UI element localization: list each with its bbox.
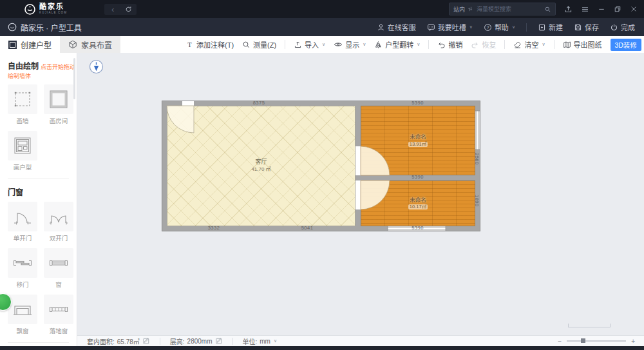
annotate-tool[interactable]: T 添加注释(T)	[185, 39, 234, 50]
svg-text:T: T	[187, 41, 192, 48]
inner-area-value: 65.78㎡	[117, 336, 140, 346]
tool-single-door[interactable]: 单开门	[8, 202, 37, 242]
minimize-button[interactable]	[598, 5, 605, 13]
svg-text:?: ?	[487, 24, 489, 29]
double-door-icon	[48, 206, 69, 227]
chevron-down-icon: ∨	[363, 42, 366, 47]
chevron-down-icon: ∨	[322, 42, 325, 47]
section-doors-windows: 门窗	[8, 186, 77, 197]
help-icon: ?	[484, 23, 492, 32]
back-button[interactable]: ‹	[106, 5, 120, 14]
dim-bottom-left: 3332	[169, 226, 259, 231]
zoom-in-button[interactable]: +	[631, 338, 635, 345]
status-divider	[160, 338, 160, 345]
undo-icon	[437, 41, 446, 49]
bedroom-bottom-door-swing[interactable]	[361, 180, 390, 209]
search-scope[interactable]: 站内	[453, 5, 465, 14]
edit-height-icon[interactable]	[215, 337, 223, 345]
model-search-box[interactable]: 站内	[449, 3, 556, 15]
power-icon	[610, 23, 618, 32]
toolbar-divider	[504, 40, 505, 49]
import-tool[interactable]: 导入 ∨	[294, 39, 325, 50]
edit-area-icon[interactable]	[142, 337, 150, 345]
3d-decorate-button[interactable]: 3D装修	[611, 39, 641, 51]
feedback-button[interactable]: 我要吐槽 ∨	[427, 22, 473, 32]
windows[interactable]	[388, 111, 480, 231]
tool-sliding-door[interactable]: 移门	[8, 248, 37, 289]
brand-name: 酷家乐	[39, 3, 67, 10]
entry-door-swing[interactable]	[167, 106, 194, 133]
help-button[interactable]: ? 帮助 ∨	[484, 22, 515, 32]
clear-tool[interactable]: 清空 ∨	[513, 39, 545, 50]
bedroom-top-door-gap[interactable]	[355, 146, 361, 175]
measure-tool[interactable]: 测量(Z)	[242, 39, 276, 50]
refresh-button[interactable]	[121, 5, 135, 14]
publish-button[interactable]	[564, 5, 573, 14]
floorplan-canvas[interactable]: 客厅 41.70 ㎡ 未命名 13.91㎡ 未命名 10.17㎡ 8375	[77, 53, 644, 335]
search-icon[interactable]	[544, 6, 551, 13]
export-drawing-tool[interactable]: 导出图纸	[563, 39, 602, 50]
app-menu-button[interactable]	[581, 5, 589, 14]
history-nav: ‹	[104, 4, 137, 15]
finish-button[interactable]: 完成	[610, 22, 635, 32]
tab-create-floorplan[interactable]: 创建户型	[0, 36, 60, 53]
tool-window[interactable]: 窗	[44, 248, 73, 289]
zoom-out-button[interactable]: −	[558, 338, 562, 345]
zoom-slider[interactable]: − +	[558, 336, 635, 346]
zoom-slider-handle[interactable]	[581, 338, 585, 343]
redo-icon	[471, 41, 479, 49]
restore-button[interactable]	[614, 5, 621, 13]
redo-button[interactable]: 恢复	[471, 39, 496, 50]
tool-double-door[interactable]: 双开门	[44, 202, 73, 242]
import-icon	[294, 41, 302, 49]
search-input[interactable]	[475, 5, 542, 13]
sliding-door-icon	[12, 253, 33, 273]
unit-label: 单位:	[243, 336, 258, 346]
tool-draw-room[interactable]: 画房间	[44, 84, 73, 125]
close-icon	[630, 5, 638, 13]
dim-right-bottom: 1890	[475, 195, 479, 207]
chevron-down-icon: ∨	[417, 42, 420, 47]
chat-bubble-icon	[427, 23, 435, 32]
menu-bar: 酷家乐 · 户型工具 在线客服 我要吐槽 ∨ ? 帮助 ∨	[0, 18, 644, 36]
save-button[interactable]: 保存	[574, 22, 599, 32]
magnifier-icon	[242, 41, 251, 49]
flip-floorplan-tool[interactable]: 户型翻转 ∨	[374, 39, 420, 50]
section-divider	[8, 342, 69, 343]
left-panel: 自由绘制点击开始拖动绘制墙体 画墙 画房间 画户型	[0, 53, 77, 346]
tool-bay-window[interactable]: 飘窗	[8, 295, 37, 335]
online-support-button[interactable]: 在线客服	[377, 22, 416, 32]
unit-select[interactable]: 单位: mm ∨	[243, 336, 278, 346]
zoom-slider-track[interactable]	[567, 340, 626, 342]
bedroom-bottom-door-gap[interactable]	[355, 180, 361, 209]
single-door-icon	[12, 206, 33, 227]
brand-domain: KUJIALE.COM	[39, 12, 67, 15]
flip-icon	[374, 41, 383, 49]
floor-height-value: 2800mm	[187, 338, 213, 345]
display-tool[interactable]: 显示 ∨	[334, 39, 366, 50]
chevron-down-icon: ∨	[542, 42, 545, 47]
tool-floor-window[interactable]: 落地窗	[44, 295, 73, 335]
dim-top-living: 8375	[162, 101, 355, 106]
sidebar-scrollbar[interactable]	[73, 58, 75, 99]
close-button[interactable]	[630, 5, 638, 13]
tool-draw-floorplan[interactable]: 画户型	[8, 131, 37, 171]
draw-floorplan-icon	[12, 135, 33, 156]
eye-icon	[334, 40, 343, 49]
chevron-down-icon: ∨	[512, 24, 515, 30]
window-bottom-edge	[0, 346, 644, 350]
tool-draw-wall[interactable]: 画墙	[8, 84, 37, 125]
compass-north-indicator[interactable]	[89, 59, 104, 74]
draw-room-icon	[48, 89, 69, 110]
undo-button[interactable]: 撤销	[437, 39, 462, 50]
app-title-text: 酷家乐 · 户型工具	[21, 22, 82, 33]
scale-ruler	[568, 324, 611, 327]
floor-plan[interactable]: 客厅 41.70 ㎡ 未命名 13.91㎡ 未命名 10.17㎡ 8375	[162, 101, 480, 231]
status-bar: 套内面积: 65.78㎡ 层高: 2800mm 单位: mm ∨ − +	[77, 335, 644, 346]
new-button[interactable]: 新建	[538, 22, 563, 32]
tab-furnish[interactable]: 家具布置	[60, 36, 120, 53]
bedroom-top-door-swing[interactable]	[361, 146, 390, 175]
scope-swap-icon[interactable]	[468, 6, 473, 12]
person-icon	[377, 23, 385, 32]
window-right[interactable]	[475, 111, 480, 150]
